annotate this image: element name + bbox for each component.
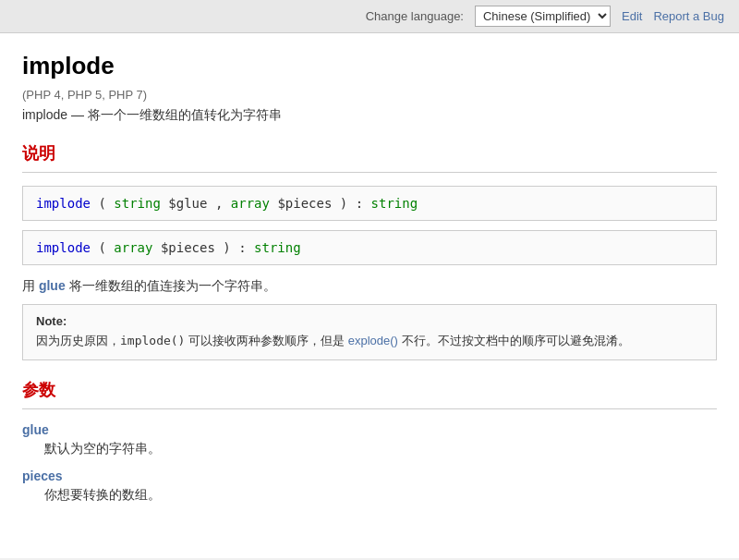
sig2-param1-type: array	[114, 240, 152, 255]
note-before: 因为历史原因，	[36, 334, 120, 347]
note-body: 因为历史原因，implode() 可以接收两种参数顺序，但是 explode()…	[36, 332, 703, 350]
section-canshu-title: 参数	[22, 379, 717, 401]
sig1-return: string	[371, 196, 418, 211]
note-box: Note: 因为历史原因，implode() 可以接收两种参数顺序，但是 exp…	[22, 304, 717, 360]
param2-desc: 你想要转换的数组。	[44, 487, 717, 504]
top-bar: Change language: Chinese (Simplified) En…	[0, 0, 739, 33]
language-select[interactable]: Chinese (Simplified) English Japanese Ge…	[475, 6, 611, 27]
sig2-fn-name: implode	[36, 240, 91, 255]
glue-keyword: glue	[39, 278, 66, 293]
param1-name: glue	[22, 422, 717, 437]
param1-desc: 默认为空的字符串。	[44, 441, 717, 457]
sig1-param2-type: array	[231, 196, 270, 211]
version-info: (PHP 4, PHP 5, PHP 7)	[22, 88, 717, 102]
explode-link[interactable]: explode()	[348, 334, 398, 347]
glue-text-after: 将一维数组的值连接为一个字符串。	[66, 278, 276, 293]
main-content: implode (PHP 4, PHP 5, PHP 7) implode — …	[0, 33, 739, 558]
report-bug-link[interactable]: Report a Bug	[653, 9, 724, 23]
lang-label: Change language:	[366, 9, 464, 23]
note-end: 不行。不过按文档中的顺序可以避免混淆。	[398, 334, 630, 347]
note-title: Note:	[36, 314, 703, 328]
sig1-param1-name: $glue	[168, 196, 207, 211]
section-shuoming-title: 说明	[22, 142, 717, 164]
sig2-return: string	[254, 240, 301, 255]
glue-description: 用 glue 将一维数组的值连接为一个字符串。	[22, 278, 717, 295]
section-divider-2	[22, 408, 717, 409]
signature-box-2: implode ( array $pieces ) : string	[22, 230, 717, 265]
glue-text-before: 用	[22, 278, 39, 293]
param2-name: pieces	[22, 469, 717, 483]
sig1-param2-name: $pieces	[277, 196, 332, 211]
page-title: implode	[22, 52, 717, 80]
sig1-fn-name: implode	[36, 196, 91, 211]
sig1-param1-type: string	[114, 196, 161, 211]
description-line: implode — 将一个一维数组的值转化为字符串	[22, 107, 717, 124]
sig2-param1-name: $pieces	[161, 240, 215, 255]
edit-link[interactable]: Edit	[622, 9, 642, 23]
section-divider-1	[22, 172, 717, 173]
signature-box-1: implode ( string $glue , array $pieces )…	[22, 186, 717, 221]
note-fn1: implode()	[120, 334, 185, 347]
note-middle: 可以接收两种参数顺序，但是	[185, 334, 347, 347]
